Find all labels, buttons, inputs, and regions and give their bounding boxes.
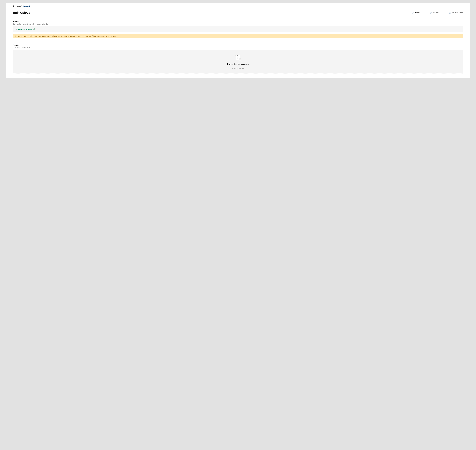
step1-heading: Step 1:: [13, 21, 463, 23]
step-circle-icon: [449, 12, 451, 14]
main-card: Product /Bulk upload Bulk Upload Upload …: [6, 3, 470, 78]
download-template-label: Download Template: [18, 29, 32, 30]
stepper-step-preview-submit[interactable]: Preview & Submit: [449, 12, 463, 14]
download-template-link[interactable]: Download Template: [16, 29, 32, 30]
step-connector: [421, 13, 428, 13]
download-template-box: Download Template: [13, 26, 463, 32]
title-row: Bulk Upload Upload Map data Preview & Su…: [13, 9, 463, 17]
step-circle-icon: [412, 12, 414, 13]
dropzone-title: Click or Drag the document: [15, 63, 461, 65]
breadcrumb-row: Product /Bulk upload: [13, 5, 463, 9]
file-dropzone[interactable]: Click or Drag the document (accepted for…: [13, 50, 463, 74]
stepper: Upload Map data Preview & Submit: [412, 12, 463, 14]
step-circle-icon: [430, 12, 432, 14]
step2-heading: Step 2:: [13, 44, 463, 46]
download-icon: [16, 29, 17, 30]
back-arrow-icon[interactable]: [13, 5, 15, 7]
breadcrumb-current: Bulk upload: [22, 5, 30, 7]
svg-point-14: [237, 58, 238, 58]
step-connector: [440, 13, 448, 13]
stepper-step-map-data[interactable]: Map data: [430, 12, 439, 14]
breadcrumb: Product /Bulk upload: [16, 5, 30, 7]
warning-text: Your CSV data file should contain all th…: [17, 35, 116, 37]
svg-point-6: [15, 36, 16, 37]
dropzone-sub: (accepted format CSV): [15, 67, 461, 69]
warning-box: Your CSV data file should contain all th…: [13, 34, 463, 38]
breadcrumb-parent[interactable]: Product /: [16, 5, 22, 7]
document-upload-icon: [234, 54, 242, 62]
svg-point-12: [237, 57, 238, 57]
svg-point-16: [237, 58, 238, 59]
svg-rect-9: [237, 55, 238, 56]
step-label: Upload: [415, 12, 420, 13]
step2-sub: Upload the filled template: [13, 47, 463, 48]
stepper-step-upload[interactable]: Upload: [412, 12, 420, 15]
step-label: Map data: [433, 12, 439, 13]
warning-icon: [15, 36, 16, 37]
step1-sub: Download the template and add your data …: [13, 23, 463, 25]
excel-icon: [33, 28, 35, 30]
step-label: Preview & Submit: [452, 12, 463, 13]
step1-section: Step 1: Download the template and add yo…: [13, 17, 463, 74]
page-title: Bulk Upload: [13, 11, 30, 14]
divider: [13, 41, 463, 41]
